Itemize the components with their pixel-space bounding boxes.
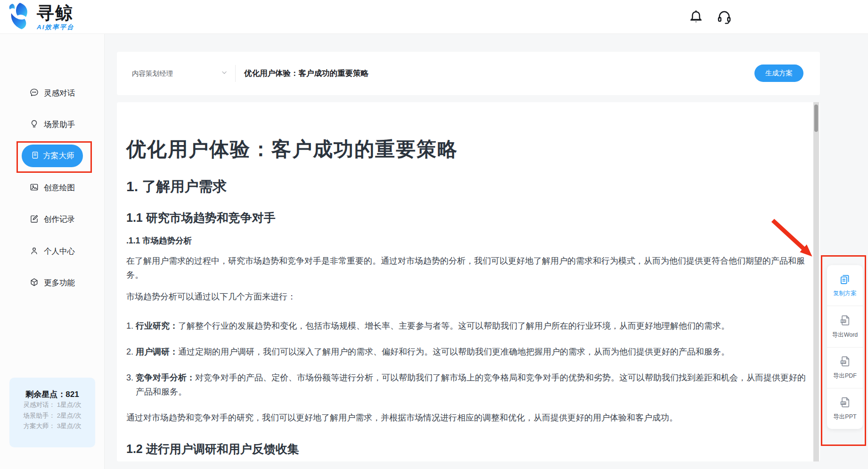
toolbar-divider [235, 65, 236, 82]
sidebar-item-more-features[interactable]: 更多功能 [29, 274, 75, 292]
export-label: 导出Word [832, 331, 858, 339]
doc-h3: 1.2 进行用户调研和用户反馈收集 [126, 441, 806, 457]
doc-h3: 1.1 研究市场趋势和竞争对手 [126, 210, 806, 226]
cube-icon [29, 277, 39, 289]
document-content: 优化用户体验：客户成功的重要策略 1. 了解用户需求 1.1 研究市场趋势和竞争… [117, 102, 820, 461]
sidebar: 灵感对话 场景助手 方案大师 [0, 34, 105, 469]
whale-logo-icon [6, 2, 33, 33]
chat-bubble-icon [29, 88, 39, 99]
ppt-file-icon: PPT [839, 396, 852, 411]
svg-text:PPT: PPT [841, 402, 845, 404]
sidebar-item-label: 创作记录 [44, 214, 75, 225]
sidebar-item-label: 灵感对话 [44, 88, 75, 98]
list-item: 1. 行业研究：了解整个行业的发展趋势和变化，包括市场规模、增长率、主要参与者等… [126, 319, 806, 333]
brand-logo: 寻鲸 AI效率平台 [6, 2, 74, 33]
brand-tagline: AI效率平台 [37, 23, 74, 32]
top-navigation-bar: 寻鲸 AI效率平台 [0, 0, 868, 34]
svg-text:PDF: PDF [841, 361, 845, 364]
header-actions [688, 0, 732, 34]
export-panel: 复制方案 DOC 导出Word PDF [827, 265, 863, 429]
generate-plan-button[interactable]: 生成方案 [754, 65, 803, 82]
credits-panel: 剩余星点：821 灵感对话： 1星点/次 场景助手： 2星点/次 方案大师： 3… [9, 378, 95, 447]
list-item: 2. 用户调研：通过定期的用户调研，我们可以深入了解用户的需求、偏好和行为。这可… [126, 345, 806, 359]
brand-name: 寻鲸 [37, 4, 74, 23]
sidebar-item-label: 个人中心 [44, 246, 75, 257]
sidebar-item-label: 更多功能 [44, 278, 75, 288]
sidebar-item-personal-center[interactable]: 个人中心 [29, 242, 75, 261]
role-selector-value: 内容策划经理 [132, 69, 173, 78]
content-scrollbar-track[interactable] [813, 102, 819, 461]
support-headset-icon[interactable] [716, 9, 732, 25]
list-item-body: 行业研究：了解整个行业的发展趋势和变化，包括市场规模、增长率、主要参与者等。这可… [136, 319, 729, 333]
list-number: 2. [126, 345, 136, 359]
export-ppt-button[interactable]: PPT 导出PPT [827, 388, 863, 429]
sidebar-item-label: 创意绘图 [44, 183, 75, 193]
list-number: 3. [126, 371, 136, 399]
document-title: 优化用户体验：客户成功的重要策略 [244, 52, 368, 95]
role-selector-dropdown[interactable]: 内容策划经理 [132, 52, 229, 95]
sidebar-item-creative-drawing[interactable]: 创意绘图 [29, 178, 75, 197]
list-item-body: 用户调研：通过定期的用户调研，我们可以深入了解用户的需求、偏好和行为。这可以帮助… [136, 345, 729, 359]
export-pdf-button[interactable]: PDF 导出PDF [827, 347, 863, 388]
sidebar-item-label: 场景助手 [44, 120, 75, 130]
list-number: 1. [126, 319, 136, 333]
export-label: 导出PDF [833, 372, 857, 380]
remaining-credits: 剩余星点：821 [9, 389, 95, 400]
doc-paragraph: 在了解用户需求的过程中，研究市场趋势和竞争对手是非常重要的。通过对市场趋势的分析… [126, 254, 806, 282]
sidebar-item-scene-assistant[interactable]: 场景助手 [29, 115, 75, 134]
copy-icon [839, 273, 851, 287]
doc-paragraph: 通过对市场趋势和竞争对手的研究，我们可以更好地了解用户需求，并根据市场情况进行相… [126, 411, 806, 425]
copy-plan-button[interactable]: 复制方案 [827, 265, 863, 306]
content-scrollbar-thumb[interactable] [814, 105, 818, 132]
pdf-file-icon: PDF [839, 355, 852, 370]
credit-rate-line: 方案大师： 3星点/次 [9, 421, 95, 432]
list-item: 3. 竞争对手分析：对竞争对手的产品、定价、市场份额等进行分析，可以帮助我们了解… [126, 371, 806, 399]
sidebar-item-inspiration-chat[interactable]: 灵感对话 [29, 84, 75, 103]
notification-bell-icon[interactable] [688, 9, 704, 25]
page: 寻鲸 AI效率平台 [0, 0, 868, 469]
export-label: 导出PPT [833, 413, 856, 421]
document-toolbar: 内容策划经理 优化用户体验：客户成功的重要策略 生成方案 [117, 52, 820, 95]
doc-h2: 1. 了解用户需求 [126, 178, 806, 195]
svg-text:DOC: DOC [841, 320, 846, 323]
sidebar-item-plan-master[interactable]: 方案大师 [22, 145, 83, 167]
chevron-down-icon [220, 68, 229, 79]
document-icon [31, 151, 40, 162]
export-word-button[interactable]: DOC 导出Word [827, 306, 863, 347]
sidebar-item-creation-records[interactable]: 创作记录 [29, 210, 75, 229]
brand-text: 寻鲸 AI效率平台 [37, 2, 74, 32]
user-icon [29, 246, 39, 258]
sidebar-item-label: 方案大师 [43, 151, 74, 161]
lightbulb-icon [29, 119, 39, 131]
doc-paragraph: 市场趋势分析可以通过以下几个方面来进行： [126, 290, 806, 304]
doc-h4: .1.1 市场趋势分析 [126, 235, 806, 246]
doc-h1: 优化用户体验：客户成功的重要策略 [126, 138, 806, 161]
image-icon [29, 182, 39, 194]
word-file-icon: DOC [839, 314, 852, 329]
credit-rate-line: 灵感对话： 1星点/次 [9, 400, 95, 411]
edit-note-icon [29, 214, 39, 226]
credit-rate-line: 场景助手： 2星点/次 [9, 411, 95, 421]
list-item-body: 竞争对手分析：对竞争对手的产品、定价、市场份额等进行分析，可以帮助我们了解市场上… [136, 371, 806, 399]
doc-ordered-list: 1. 行业研究：了解整个行业的发展趋势和变化，包括市场规模、增长率、主要参与者等… [126, 319, 806, 399]
export-label: 复制方案 [833, 290, 857, 298]
